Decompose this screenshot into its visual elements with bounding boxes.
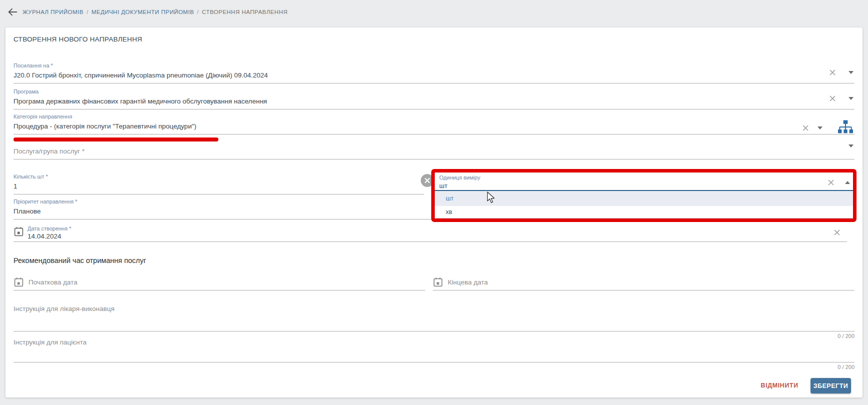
category-label: Категорія направлення bbox=[13, 114, 72, 120]
top-bar: ЖУРНАЛ ПРИЙОМІВ / МЕДИЧНІ ДОКУМЕНТИ ПРИЙ… bbox=[0, 0, 868, 24]
clear-icon[interactable] bbox=[827, 178, 835, 186]
service-placeholder: Послуга/група послуг * bbox=[13, 148, 84, 155]
category-tree-icon[interactable] bbox=[838, 120, 854, 136]
breadcrumb-separator: / bbox=[86, 9, 88, 15]
unit-value: шт bbox=[439, 182, 447, 190]
clear-icon[interactable] bbox=[833, 228, 841, 236]
breadcrumb-link-journal[interactable]: ЖУРНАЛ ПРИЙОМІВ bbox=[22, 9, 83, 15]
cancel-button[interactable]: ВІДМІНИТИ bbox=[757, 378, 802, 393]
patient-instruction-counter: 0 / 200 bbox=[838, 364, 855, 370]
category-value: Процедура - (категорія послуги "Терапевт… bbox=[13, 122, 196, 130]
field-underline bbox=[13, 362, 855, 362]
program-label: Програма bbox=[13, 88, 38, 94]
calendar-icon[interactable] bbox=[433, 276, 443, 290]
doctor-instruction-field[interactable]: Інструкція для лікаря-виконавця bbox=[13, 305, 114, 312]
program-value: Програма державних фінансових гарантій м… bbox=[13, 98, 267, 105]
calendar-icon[interactable] bbox=[13, 276, 24, 290]
field-underline bbox=[13, 194, 424, 194]
field-underline bbox=[13, 159, 855, 160]
field-underline bbox=[13, 331, 855, 332]
category-field[interactable]: Категорія направлення Процедура - (катег… bbox=[13, 114, 855, 134]
doctor-instruction-counter: 0 / 200 bbox=[838, 333, 855, 339]
unit-option-khv[interactable]: хв bbox=[435, 206, 853, 218]
field-underline bbox=[433, 290, 855, 290]
clear-icon[interactable] bbox=[829, 68, 837, 76]
calendar-icon[interactable] bbox=[13, 226, 24, 239]
quantity-value: 1 bbox=[13, 182, 17, 190]
reference-label: Посилання на * bbox=[13, 62, 53, 68]
unit-field[interactable]: Одиниця виміру шт bbox=[435, 172, 853, 191]
chevron-down-icon[interactable] bbox=[849, 97, 854, 100]
field-underline bbox=[13, 109, 855, 110]
patient-instruction-field[interactable]: Інструкція для пацієнта bbox=[13, 338, 86, 346]
field-underline bbox=[13, 242, 847, 242]
unit-label: Одиниця виміру bbox=[439, 174, 480, 180]
end-date-placeholder: Кінцева дата bbox=[448, 278, 488, 286]
clear-icon[interactable] bbox=[829, 94, 837, 102]
breadcrumb-link-medical-docs[interactable]: МЕДИЧНІ ДОКУМЕНТИ ПРИЙОМІВ bbox=[91, 9, 194, 15]
creation-date-label: Дата створення * bbox=[27, 226, 71, 232]
save-button[interactable]: ЗБЕРЕГТИ bbox=[811, 378, 851, 394]
quantity-field[interactable]: Кількість шт * 1 bbox=[13, 174, 424, 194]
recommended-time-title: Рекомендований час отримання послуг bbox=[13, 256, 146, 264]
chevron-down-icon[interactable] bbox=[849, 144, 854, 148]
field-underline bbox=[13, 134, 855, 134]
breadcrumb-current: СТВОРЕННЯ НАПРАВЛЕННЯ bbox=[202, 9, 288, 15]
quantity-label: Кількість шт * bbox=[13, 174, 48, 180]
priority-label: Пріоритет направлення * bbox=[13, 198, 77, 204]
breadcrumb: ЖУРНАЛ ПРИЙОМІВ / МЕДИЧНІ ДОКУМЕНТИ ПРИЙ… bbox=[22, 9, 288, 15]
creation-date-field[interactable]: Дата створення * 14.04.2024 bbox=[13, 226, 847, 242]
unit-dropdown-menu: шт хв bbox=[435, 191, 853, 218]
annotation-red-box: Одиниця виміру шт шт хв bbox=[431, 169, 857, 222]
chevron-down-icon[interactable] bbox=[818, 126, 823, 130]
chevron-up-icon[interactable] bbox=[845, 181, 850, 184]
chevron-down-icon[interactable] bbox=[849, 71, 854, 74]
clear-icon[interactable] bbox=[802, 124, 810, 132]
program-field[interactable]: Програма Програма державних фінансових г… bbox=[13, 88, 855, 110]
field-underline bbox=[13, 83, 855, 84]
back-button[interactable] bbox=[6, 6, 18, 18]
reference-value: J20.0 Гострий бронхіт, спричинений Mycop… bbox=[13, 72, 268, 79]
creation-date-value: 14.04.2024 bbox=[27, 232, 61, 240]
unit-option-sht[interactable]: шт bbox=[435, 191, 853, 206]
priority-value: Планове bbox=[13, 208, 41, 215]
reference-field[interactable]: Посилання на * J20.0 Гострий бронхіт, сп… bbox=[13, 62, 855, 84]
annotation-red-underline bbox=[13, 138, 218, 142]
arrow-left-icon bbox=[7, 6, 18, 18]
end-date-field[interactable]: Кінцева дата bbox=[433, 276, 855, 290]
start-date-placeholder: Початкова дата bbox=[28, 278, 77, 286]
circle-x-icon bbox=[424, 178, 430, 184]
start-date-field[interactable]: Початкова дата bbox=[13, 276, 425, 290]
card-title: СТВОРЕННЯ НОВОГО НАПРАВЛЕННЯ bbox=[13, 36, 142, 43]
breadcrumb-separator: / bbox=[197, 9, 199, 15]
field-underline bbox=[13, 290, 425, 290]
service-field[interactable]: Послуга/група послуг * bbox=[13, 138, 855, 160]
